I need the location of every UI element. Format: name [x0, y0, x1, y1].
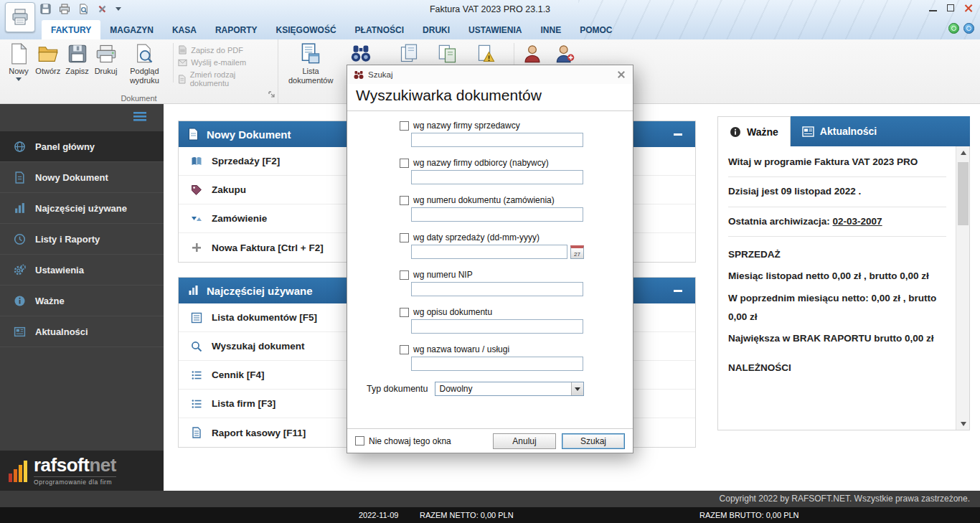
- sidebar-item-panel-glowny[interactable]: Panel główny: [0, 131, 164, 162]
- checkbox[interactable]: [400, 345, 409, 354]
- send-email-button[interactable]: Wyślij e-mailem: [178, 58, 273, 67]
- filter-checkbox-row[interactable]: wg nazwy firmy sprzedawcy: [400, 121, 633, 131]
- sidebar-item-listy-i-raporty[interactable]: Listy i Raporty: [0, 224, 164, 255]
- dialog-close-icon[interactable]: [616, 70, 626, 80]
- sidebar-item-najczesciej-uzywane[interactable]: Najczęściej używane: [0, 193, 164, 224]
- date-picker-button[interactable]: 27: [570, 245, 584, 259]
- scroll-up-icon[interactable]: [956, 146, 970, 159]
- filter-checkbox-row[interactable]: wg nazwy firmy odbiorcy (nabywcy): [400, 158, 633, 168]
- tab-magazyn[interactable]: MAGAZYN: [100, 20, 163, 39]
- scroll-down-icon[interactable]: [956, 418, 970, 430]
- menu-item-label: Cennik [F4]: [212, 369, 265, 380]
- tools-quick-icon[interactable]: [97, 4, 108, 14]
- bar-chart-icon: [187, 285, 199, 296]
- save-button[interactable]: Zapisz: [63, 42, 92, 77]
- archive-date-link[interactable]: 02-03-2007: [833, 216, 882, 227]
- document-warning-button[interactable]: [472, 42, 501, 66]
- save-pdf-button[interactable]: Zapisz do PDF: [178, 45, 273, 55]
- print-quick-icon[interactable]: [59, 4, 70, 14]
- checkbox[interactable]: [400, 121, 409, 131]
- tab-aktualnosci[interactable]: Aktualności: [791, 116, 970, 146]
- filter-checkbox-row[interactable]: wg numeru dokumentu (zamówienia): [400, 195, 633, 205]
- filter-checkbox-row[interactable]: wg nazwa towaru / usługi: [400, 344, 633, 354]
- filter-checkbox-row[interactable]: wg opisu dokumentu: [400, 307, 633, 317]
- sale-date-input[interactable]: [411, 245, 567, 259]
- print-preview-quick-icon[interactable]: [78, 4, 89, 14]
- scrollbar-thumb[interactable]: [958, 162, 969, 225]
- checkbox[interactable]: [400, 308, 409, 317]
- tab-druki[interactable]: DRUKI: [413, 20, 459, 39]
- open-button[interactable]: Otwórz: [33, 42, 63, 77]
- filter-label: wg opisu dokumentu: [413, 307, 492, 317]
- web-icon[interactable]: [948, 23, 959, 34]
- sidebar-item-ustawienia[interactable]: Ustawienia: [0, 255, 164, 286]
- app-menu-button[interactable]: [5, 2, 35, 32]
- help-icon[interactable]: [963, 23, 974, 34]
- tab-kasa[interactable]: KASA: [163, 20, 206, 39]
- menu-item-label: Wyszukaj dokument: [212, 341, 305, 352]
- maximize-button[interactable]: [947, 4, 954, 11]
- checkbox[interactable]: [400, 196, 409, 205]
- tab-wazne[interactable]: Ważne: [717, 116, 791, 146]
- sidebar-collapse-button[interactable]: [133, 111, 146, 124]
- dialog-launcher-icon[interactable]: [268, 88, 275, 101]
- document-list-icon: [301, 43, 321, 65]
- minimize-button[interactable]: [929, 4, 937, 11]
- panel-minimize-button[interactable]: [669, 128, 687, 141]
- close-button[interactable]: [964, 4, 973, 12]
- print-preview-button[interactable]: Podgląd wydruku: [121, 42, 169, 86]
- tab-platnosci[interactable]: PŁATNOŚCI: [346, 20, 413, 39]
- new-dropdown-icon[interactable]: [16, 77, 22, 81]
- add-client-button[interactable]: [552, 42, 579, 66]
- sidebar-item-label: Najczęściej używane: [35, 203, 127, 214]
- sales-month-text: Miesiąc listopad netto 0,00 zł , brutto …: [728, 265, 946, 287]
- tab-inne[interactable]: INNE: [532, 20, 571, 39]
- checkbox[interactable]: [400, 159, 409, 168]
- documents-button[interactable]: [395, 42, 423, 66]
- checkbox[interactable]: [400, 233, 409, 242]
- sidebar-item-aktualnosci[interactable]: Aktualności: [0, 316, 164, 347]
- checkbox[interactable]: [355, 436, 364, 446]
- search-filters: wg nazwy firmy sprzedawcy wg nazwy firmy…: [347, 111, 633, 371]
- save-quick-icon[interactable]: [40, 4, 51, 14]
- new-button[interactable]: Nowy: [4, 42, 33, 83]
- sidebar-item-wazne[interactable]: Ważne: [0, 286, 164, 316]
- search-button[interactable]: Szukaj: [562, 433, 625, 449]
- binoculars-icon: [354, 70, 364, 80]
- change-doc-type-button[interactable]: Zmień rodzaj dokumentu: [178, 70, 273, 88]
- keep-open-checkbox-row[interactable]: Nie chowaj tego okna: [355, 436, 451, 446]
- document-list-button[interactable]: Lista dokumentów: [286, 42, 336, 86]
- sidebar-item-nowy-dokument[interactable]: Nowy Dokument: [0, 162, 164, 193]
- tab-pomoc[interactable]: POMOC: [570, 20, 621, 39]
- document-type-select[interactable]: Dowolny: [435, 382, 584, 396]
- description-input[interactable]: [411, 319, 583, 334]
- cancel-button[interactable]: Anuluj: [493, 433, 556, 449]
- document-number-input[interactable]: [411, 207, 583, 222]
- client-button[interactable]: [519, 42, 546, 66]
- seller-name-input[interactable]: [411, 133, 583, 147]
- filter-checkbox-row[interactable]: wg daty sprzedaży (dd-mm-yyyy): [400, 232, 633, 242]
- tab-faktury[interactable]: FAKTURY: [42, 20, 100, 39]
- tab-ksiegowosc[interactable]: KSIĘGOWOŚĆ: [267, 20, 346, 39]
- tab-ustawienia[interactable]: USTAWIENIA: [459, 20, 531, 39]
- panel-minimize-button[interactable]: [669, 285, 687, 297]
- item-name-input[interactable]: [411, 357, 583, 371]
- search-documents-button[interactable]: [346, 42, 376, 66]
- filter-label: wg nazwy firmy odbiorcy (nabywcy): [413, 158, 549, 168]
- filter-checkbox-row[interactable]: wg numeru NIP: [400, 270, 633, 280]
- new-document-icon: [9, 43, 29, 65]
- print-button[interactable]: Drukuj: [92, 42, 121, 77]
- save-icon: [67, 43, 88, 65]
- copy-document-button[interactable]: [433, 42, 462, 66]
- checkbox[interactable]: [400, 270, 409, 280]
- info-panel: Ważne Aktualności Witaj w programie Fakt…: [717, 116, 970, 430]
- menu-item-label: Nowa Faktura [Ctrl + F2]: [212, 242, 324, 253]
- filter-label: wg numeru NIP: [413, 270, 473, 280]
- qat-dropdown-icon[interactable]: [116, 7, 121, 11]
- dropdown-arrow-icon[interactable]: [571, 382, 583, 395]
- info-scrollbar[interactable]: [956, 146, 969, 430]
- tab-raporty[interactable]: RAPORTY: [206, 20, 267, 39]
- nip-input[interactable]: [411, 282, 583, 296]
- buyer-name-input[interactable]: [411, 170, 583, 184]
- keep-open-label: Nie chowaj tego okna: [369, 436, 451, 446]
